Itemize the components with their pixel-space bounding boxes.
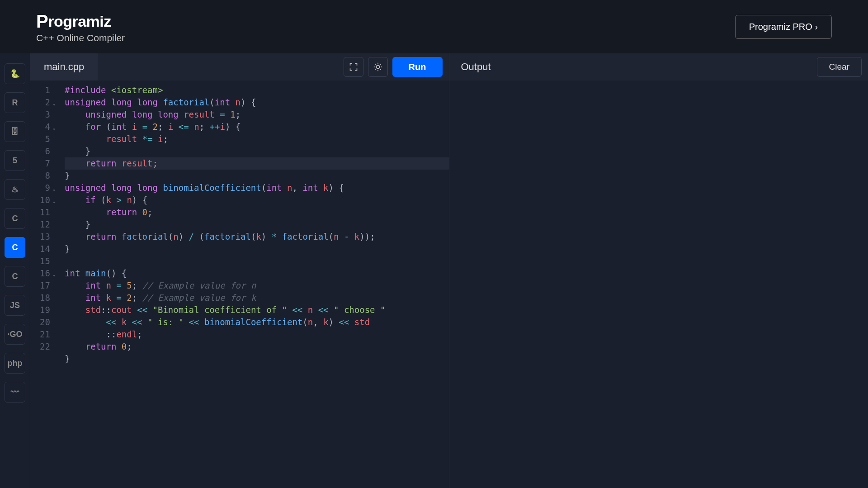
- lang-html-icon[interactable]: 5: [5, 150, 25, 171]
- output-pane: Output Clear: [449, 53, 868, 488]
- output-body[interactable]: [449, 81, 868, 488]
- programiz-pro-button[interactable]: Programiz PRO ›: [735, 15, 832, 39]
- lang-csharp-icon[interactable]: C: [5, 266, 25, 287]
- output-header: Output Clear: [449, 53, 868, 81]
- logo[interactable]: Programiz: [36, 10, 125, 31]
- header: Programiz C++ Online Compiler Programiz …: [0, 0, 868, 53]
- code-line[interactable]: return 0;: [65, 341, 449, 353]
- code-line[interactable]: }: [65, 145, 449, 157]
- code-line[interactable]: result *= i;: [65, 133, 449, 145]
- clear-button[interactable]: Clear: [817, 57, 862, 77]
- file-tab[interactable]: main.cpp: [30, 53, 98, 81]
- lang-cpp-icon[interactable]: C: [5, 237, 25, 258]
- lang-swift-icon[interactable]: 〰: [5, 382, 25, 403]
- code-line[interactable]: #include <iostream>: [65, 84, 449, 96]
- lang-c-icon[interactable]: C: [5, 208, 25, 229]
- code-line[interactable]: unsigned long long binomialCoefficient(i…: [65, 182, 449, 194]
- run-button[interactable]: Run: [392, 57, 443, 77]
- code-line[interactable]: int n = 5; // Example value for n: [65, 280, 449, 292]
- code-line[interactable]: }: [65, 353, 449, 365]
- code-line[interactable]: int main() {: [65, 267, 449, 280]
- code-line[interactable]: [65, 255, 449, 267]
- output-title: Output: [461, 61, 491, 73]
- svg-point-0: [376, 65, 379, 68]
- code-line[interactable]: int k = 2; // Example value for k: [65, 292, 449, 304]
- theme-toggle-icon[interactable]: [368, 57, 388, 77]
- lang-r-icon[interactable]: R: [5, 92, 25, 113]
- lang-go-icon[interactable]: ·GO: [5, 324, 25, 345]
- main-area: 🐍R🗄5♨CCCJS·GOphp〰 main.cpp Run 123456789…: [0, 53, 868, 488]
- lang-java-icon[interactable]: ♨: [5, 179, 25, 200]
- code-line[interactable]: }: [65, 170, 449, 182]
- code-line[interactable]: return result;: [65, 157, 449, 170]
- code-line[interactable]: unsigned long long result = 1;: [65, 109, 449, 121]
- fullscreen-icon[interactable]: [344, 57, 363, 77]
- editor-pane: main.cpp Run 123456789101112131415161718…: [30, 53, 449, 488]
- editor-header: main.cpp Run: [30, 53, 449, 81]
- code-lines[interactable]: #include <iostream>unsigned long long fa…: [57, 84, 449, 488]
- code-line[interactable]: if (k > n) {: [65, 194, 449, 206]
- code-line[interactable]: }: [65, 243, 449, 255]
- code-line[interactable]: [65, 365, 449, 377]
- content: main.cpp Run 123456789101112131415161718…: [30, 53, 868, 488]
- code-line[interactable]: for (int i = 2; i <= n; ++i) {: [65, 121, 449, 133]
- code-line[interactable]: return factorial(n) / (factorial(k) * fa…: [65, 231, 449, 243]
- lang-python-icon[interactable]: 🐍: [5, 63, 25, 84]
- lang-js-icon[interactable]: JS: [5, 295, 25, 316]
- code-editor[interactable]: 12345678910111213141516171819202122 #inc…: [30, 81, 449, 488]
- code-line[interactable]: << k << " is: " << binomialCoefficient(n…: [65, 316, 449, 328]
- code-line[interactable]: std::cout << "Binomial coefficient of " …: [65, 304, 449, 316]
- code-line[interactable]: unsigned long long factorial(int n) {: [65, 96, 449, 109]
- lang-sql-icon[interactable]: 🗄: [5, 121, 25, 142]
- header-left: Programiz C++ Online Compiler: [36, 10, 125, 43]
- code-line[interactable]: return 0;: [65, 206, 449, 218]
- language-sidebar: 🐍R🗄5♨CCCJS·GOphp〰: [0, 53, 30, 488]
- compiler-subtitle: C++ Online Compiler: [36, 33, 125, 43]
- lang-php-icon[interactable]: php: [5, 353, 25, 374]
- code-line[interactable]: ::endl;: [65, 328, 449, 341]
- code-line[interactable]: }: [65, 218, 449, 231]
- line-gutter: 12345678910111213141516171819202122: [30, 84, 57, 488]
